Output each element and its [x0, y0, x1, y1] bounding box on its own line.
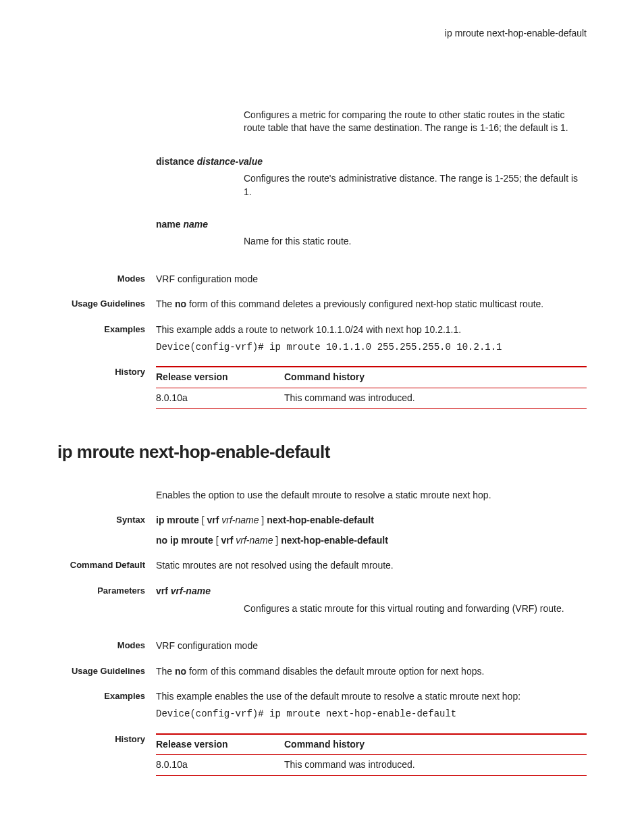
hist-col2-2: Command history — [284, 734, 587, 755]
hist-desc: This command was introduced. — [284, 388, 587, 409]
examples-row-2: Examples This example enables the use of… — [57, 690, 587, 721]
param-arg: vrf-name — [171, 585, 211, 596]
history-table: Release version Command history 8.0.10a … — [156, 366, 587, 409]
params-row: Parameters vrf vrf-name Configures a sta… — [57, 585, 587, 627]
hist-col2: Command history — [284, 367, 587, 388]
history-table-2: Release version Command history 8.0.10a … — [156, 733, 587, 776]
hist-col1-2: Release version — [156, 734, 284, 755]
table-row: 8.0.10a This command was introduced. — [156, 388, 587, 409]
page-header: ip mroute next-hop-enable-default — [57, 27, 587, 41]
hist-ver: 8.0.10a — [156, 388, 284, 409]
usage-row-2: Usage Guidelines The no form of this com… — [57, 665, 587, 679]
usage-text-2: The no form of this command disables the… — [156, 665, 587, 679]
usage-text: The no form of this command deletes a pr… — [156, 298, 587, 311]
history-label: History — [57, 366, 156, 409]
cmd-default-text: Static mroutes are not resolved using th… — [156, 559, 587, 573]
modes-row-2: Modes VRF configuration mode — [57, 640, 587, 653]
examples-code-2: Device(config-vrf)# ip mroute next-hop-e… — [156, 708, 587, 721]
syntax-label: Syntax — [57, 514, 156, 527]
modes-label: Modes — [57, 273, 156, 286]
history-row: History Release version Command history … — [57, 366, 587, 409]
cmd-default-row: Command Default Static mroutes are not r… — [57, 559, 587, 573]
name-desc: Name for this static route. — [244, 235, 587, 249]
syntax-row: Syntax ip mroute [ vrf vrf-name ] next-h… — [57, 514, 587, 527]
name-arg: name — [183, 219, 208, 230]
usage-label-2: Usage Guidelines — [57, 665, 156, 679]
name-row: name name Name for this static route. — [57, 218, 587, 261]
metric-desc-row: Configures a metric for comparing the ro… — [57, 105, 587, 149]
param-keyword: vrf — [156, 585, 171, 596]
cmd-default-label: Command Default — [57, 559, 156, 573]
modes-label-2: Modes — [57, 640, 156, 653]
examples-text-2: This example enables the use of the defa… — [156, 690, 587, 704]
examples-row: Examples This example adds a route to ne… — [57, 323, 587, 354]
examples-label: Examples — [57, 323, 156, 354]
section-title: ip mroute next-hop-enable-default — [57, 440, 587, 464]
hist-col1: Release version — [156, 367, 284, 388]
hist-desc-2: This command was introduced. — [284, 755, 587, 776]
intro-row: Enables the option to use the default mr… — [57, 489, 587, 502]
usage-row: Usage Guidelines The no form of this com… — [57, 298, 587, 311]
distance-desc: Configures the route's administrative di… — [244, 172, 587, 199]
usage-label: Usage Guidelines — [57, 298, 156, 311]
examples-label-2: Examples — [57, 690, 156, 721]
table-row: 8.0.10a This command was introduced. — [156, 755, 587, 776]
distance-arg: distance-value — [197, 156, 263, 167]
examples-code: Device(config-vrf)# ip mroute 10.1.1.0 2… — [156, 341, 587, 355]
modes-row: Modes VRF configuration mode — [57, 273, 587, 286]
params-label: Parameters — [57, 585, 156, 627]
param-desc: Configures a static mroute for this virt… — [244, 602, 587, 616]
history-label-2: History — [57, 733, 156, 776]
metric-desc: Configures a metric for comparing the ro… — [244, 109, 587, 135]
syntax-row-2: no ip mroute [ vrf vrf-name ] next-hop-e… — [57, 534, 587, 548]
syntax-line-2: no ip mroute [ vrf vrf-name ] next-hop-e… — [156, 534, 587, 548]
hist-ver-2: 8.0.10a — [156, 755, 284, 776]
distance-keyword: distance — [156, 156, 197, 167]
syntax-line-1: ip mroute [ vrf vrf-name ] next-hop-enab… — [156, 514, 587, 527]
name-keyword: name — [156, 219, 183, 230]
intro-text: Enables the option to use the default mr… — [156, 489, 587, 502]
modes-text-2: VRF configuration mode — [156, 640, 587, 653]
examples-text: This example adds a route to network 10.… — [156, 323, 587, 337]
modes-text: VRF configuration mode — [156, 273, 587, 286]
history-row-2: History Release version Command history … — [57, 733, 587, 776]
distance-row: distance distance-value Configures the r… — [57, 155, 587, 211]
